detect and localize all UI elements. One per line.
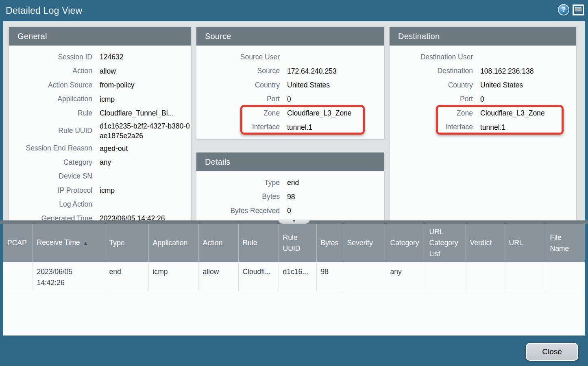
field-value: 0 <box>287 94 291 104</box>
field-row: Session End Reasonaged-out <box>9 142 191 156</box>
field-value: 172.64.240.253 <box>287 66 337 76</box>
field-label: Bytes <box>196 192 280 201</box>
panel-details-body: Typeend Bytes98 Bytes Received0 <box>196 171 384 220</box>
field-row: Typeend <box>196 176 384 190</box>
help-glyph: ? <box>562 6 566 14</box>
source-column: Source Source User Source172.64.240.253 … <box>196 27 384 220</box>
field-label: Source User <box>196 53 280 61</box>
field-row: ZoneCloudflare_L3_Zone <box>390 106 576 120</box>
detailed-log-view-dialog: { "window": { "title": "Detailed Log Vie… <box>0 0 588 366</box>
field-value: 0 <box>287 206 291 216</box>
column-header-pcap[interactable]: PCAP <box>3 224 33 262</box>
field-value: United States <box>287 80 330 90</box>
column-header-file-name[interactable]: File Name <box>546 224 585 262</box>
field-row: Bytes98 <box>196 190 384 204</box>
field-value: tunnel.1 <box>480 122 505 132</box>
window-restore-icon[interactable] <box>573 4 584 15</box>
log-table-header-row: PCAP Receive Time▲ Type Application Acti… <box>3 224 585 262</box>
field-row: Destination108.162.236.138 <box>390 64 576 78</box>
field-label: Zone <box>196 109 280 118</box>
field-label: Interface <box>196 123 280 131</box>
field-row: Port0 <box>196 92 384 107</box>
field-row: IP Protocolicmp <box>9 183 191 198</box>
field-label: Bytes Received <box>196 207 280 215</box>
field-row: CountryUnited States <box>390 78 576 92</box>
field-value: any <box>100 157 111 167</box>
field-label: Type <box>196 179 280 187</box>
field-value: tunnel.1 <box>287 122 312 132</box>
field-label: Zone <box>390 109 473 118</box>
field-row: Interfacetunnel.1 <box>196 120 384 135</box>
field-row: Log Action <box>9 198 191 212</box>
cell-category: any <box>386 262 425 291</box>
panel-details-header: Details <box>196 152 384 171</box>
cell-severity <box>343 262 386 291</box>
field-row: RuleCloudflare_Tunnel_Bi... <box>9 106 191 120</box>
column-header-category[interactable]: Category <box>386 224 425 262</box>
column-header-rule[interactable]: Rule <box>238 224 279 262</box>
field-value: Cloudflare_L3_Zone <box>287 108 352 118</box>
log-table: PCAP Receive Time▲ Type Application Acti… <box>3 224 585 291</box>
column-header-label: Receive Time <box>37 238 80 246</box>
field-value: icmp <box>100 94 115 104</box>
panel-general: General Session ID124632 Actionallow Act… <box>9 27 191 220</box>
column-header-type[interactable]: Type <box>105 224 148 262</box>
field-row: Categoryany <box>9 155 191 170</box>
cell-url-category-list <box>425 262 466 291</box>
field-value: Cloudflare_Tunnel_Bi... <box>100 108 174 118</box>
dialog-titlebar: Detailed Log View ? <box>0 0 588 21</box>
field-label: Destination User <box>390 53 473 61</box>
panel-general-body: Session ID124632 Actionallow Action Sour… <box>9 46 191 220</box>
column-header-action[interactable]: Action <box>198 224 238 262</box>
field-label: Source <box>196 67 280 75</box>
field-value: allow <box>100 66 116 76</box>
log-table-row[interactable]: 2023/06/05 14:42:26 end icmp allow Cloud… <box>3 262 585 291</box>
chevron-down-icon: ▼ <box>292 220 296 223</box>
log-detail-panels: General Session ID124632 Actionallow Act… <box>3 21 585 220</box>
field-row: CountryUnited States <box>196 78 384 92</box>
field-value: 0 <box>480 94 484 104</box>
cell-type: end <box>105 262 148 291</box>
splitter-collapse-handle[interactable]: ▼ <box>279 219 309 224</box>
field-row: Source User <box>196 50 384 64</box>
field-row: Interfacetunnel.1 <box>390 120 576 135</box>
general-column: General Session ID124632 Actionallow Act… <box>9 27 191 220</box>
field-value: United States <box>480 80 523 90</box>
panel-source: Source Source User Source172.64.240.253 … <box>196 27 384 139</box>
field-row: Rule UUIDd1c16235-b2f2-4327-b380-0ae1875… <box>9 120 191 142</box>
column-header-receive-time[interactable]: Receive Time▲ <box>33 224 105 262</box>
field-row: Source172.64.240.253 <box>196 64 384 78</box>
column-header-rule-uuid[interactable]: Rule UUID <box>279 224 316 262</box>
panel-destination-body: Destination User Destination108.162.236.… <box>390 46 576 220</box>
field-label: Device SN <box>9 172 92 181</box>
field-value: 98 <box>287 192 295 202</box>
cell-rule: Cloudfl... <box>238 262 279 291</box>
field-row: ZoneCloudflare_L3_Zone <box>196 106 384 120</box>
field-value: from-policy <box>100 80 135 90</box>
field-label: Port <box>390 95 473 103</box>
field-row: Port0 <box>390 92 576 107</box>
panel-source-body: Source User Source172.64.240.253 Country… <box>196 46 384 139</box>
column-header-url[interactable]: URL <box>505 224 546 262</box>
column-header-bytes[interactable]: Bytes <box>316 224 343 262</box>
help-icon[interactable]: ? <box>558 4 569 15</box>
panel-table-splitter: ▼ <box>0 220 588 224</box>
field-row: Device SN <box>9 170 191 184</box>
cell-file-name <box>546 262 585 291</box>
column-header-severity[interactable]: Severity <box>343 224 386 262</box>
cell-receive-time: 2023/06/05 14:42:26 <box>33 262 105 291</box>
cell-pcap <box>3 262 33 291</box>
cell-verdict <box>466 262 505 291</box>
dialog-title: Detailed Log View <box>6 5 82 16</box>
sort-ascending-icon: ▲ <box>83 240 88 246</box>
column-header-application[interactable]: Application <box>148 224 198 262</box>
field-value: aged-out <box>100 144 128 153</box>
field-label: Port <box>196 95 280 103</box>
panel-destination-header: Destination <box>390 27 576 46</box>
column-header-url-category-list[interactable]: URL Category List <box>425 224 466 262</box>
field-label: Country <box>196 81 280 89</box>
field-label: Rule <box>9 109 92 118</box>
close-button[interactable]: Close <box>526 343 578 361</box>
field-label: Log Action <box>9 200 92 209</box>
column-header-verdict[interactable]: Verdict <box>466 224 505 262</box>
